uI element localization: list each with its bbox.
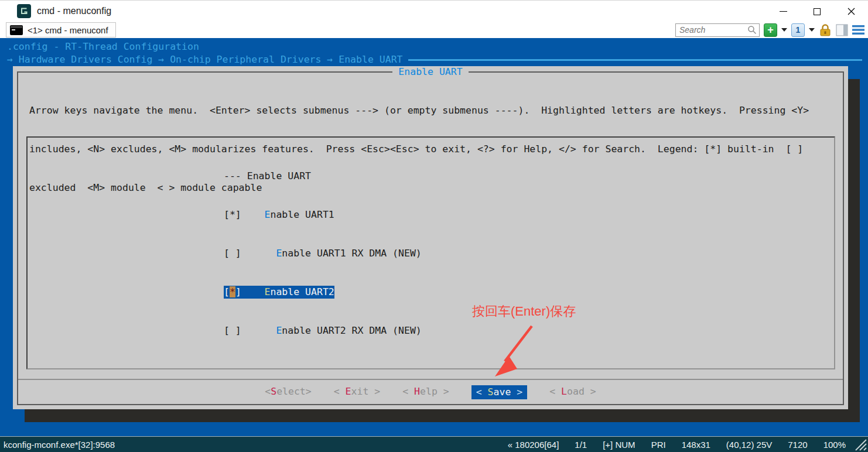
title-bar: cmd - menuconfig <box>0 0 868 22</box>
status-bar: kconfig-mconf.exe*[32]:9568 « 180206[64]… <box>0 436 868 452</box>
bracket: < <box>402 386 414 397</box>
menu-listbox: --- Enable UART [*] Enable UART1 [ ] Ena… <box>26 136 835 369</box>
bracket: > <box>438 386 449 397</box>
hotkey-letter: E <box>265 286 271 297</box>
tabbar-toolbar: + 1 <box>675 22 864 38</box>
console-number: 1 <box>796 25 801 35</box>
plus-icon: + <box>767 24 774 36</box>
button-text: ave <box>494 386 511 398</box>
button-separator <box>18 379 843 380</box>
hotkey-letter: E <box>265 209 271 220</box>
num-lock-indicator[interactable]: [+] NUM <box>603 440 635 450</box>
panel-view-icon[interactable] <box>836 24 848 36</box>
console-size[interactable]: 148x31 <box>682 440 710 450</box>
maximize-icon <box>814 8 821 15</box>
checkbox-state: [*] <box>224 209 241 220</box>
dialog-buttons: <Select> < Exit > < Help > < Save > < Lo… <box>13 385 848 399</box>
button-text: oad <box>567 386 585 397</box>
console-count[interactable]: 1/1 <box>575 440 587 450</box>
new-console-button[interactable]: + <box>764 23 777 37</box>
load-button[interactable]: < Load > <box>549 385 596 399</box>
conemu-app-icon <box>17 4 31 18</box>
hotkey-letter: S <box>488 386 494 398</box>
maximize-button[interactable] <box>800 1 834 22</box>
checkbox-state: [ ] <box>224 248 241 259</box>
menu-item-enable-uart1[interactable]: [*] Enable UART1 <box>224 208 422 221</box>
lock-icon[interactable] <box>819 23 832 37</box>
hotkey-letter: S <box>271 386 276 397</box>
console-list-dropdown-icon[interactable] <box>809 28 815 32</box>
gap <box>241 248 276 259</box>
bracket: [ <box>224 286 230 297</box>
tab-bar: <1> cmd - menuconf + 1 <box>0 22 868 38</box>
item-text: nable UART2 <box>271 286 334 297</box>
hotkey-letter: E <box>276 325 282 336</box>
tab-label: <1> cmd - menuconf <box>28 25 108 35</box>
priority-indicator: PRI <box>651 440 666 450</box>
tab-cmd-menuconf[interactable]: <1> cmd - menuconf <box>6 22 116 37</box>
help-button[interactable]: < Help > <box>402 385 449 399</box>
gap <box>241 325 276 336</box>
menuconfig-header: .config - RT-Thread Configuration <box>7 40 199 53</box>
bracket: > <box>368 386 380 397</box>
breadcrumb-rule <box>408 59 862 61</box>
hotkey-letter: L <box>561 386 567 397</box>
bracket: < <box>476 386 488 398</box>
console-handle: « 180206[64] <box>508 440 559 450</box>
minimize-icon <box>780 11 787 12</box>
bracket: > <box>585 386 596 397</box>
bracket: > <box>306 386 312 397</box>
window-controls <box>766 1 868 22</box>
bracket: < <box>334 386 346 397</box>
help-line: Arrow keys navigate the menu. <Enter> se… <box>29 104 809 117</box>
menu-separator-label: --- Enable UART <box>224 170 422 183</box>
save-button[interactable]: < Save > <box>471 385 528 399</box>
separator-text: --- Enable UART <box>224 170 311 182</box>
breadcrumb-text: → Hardware Drivers Config → On-chip Peri… <box>7 53 403 66</box>
menu-item-enable-uart2-selected[interactable]: [*] Enable UART2 <box>224 286 422 299</box>
bracket: ] <box>235 286 241 297</box>
bracket: > <box>511 386 522 398</box>
selection-highlight: [*] Enable UART2 <box>224 286 334 299</box>
process-info: kconfig-mconf.exe*[32]:9568 <box>4 440 115 450</box>
new-console-dropdown-icon[interactable] <box>781 28 787 32</box>
zoom-level[interactable]: 100% <box>823 440 846 450</box>
gap <box>241 286 265 297</box>
resize-grip[interactable] <box>854 438 867 451</box>
menu-item-uart1-rx-dma[interactable]: [ ] Enable UART1 RX DMA (NEW) <box>224 247 422 260</box>
memory-indicator: 7120 <box>788 440 807 450</box>
exit-button[interactable]: < Exit > <box>334 385 381 399</box>
statusbar-right: « 180206[64] 1/1 [+] NUM PRI 148x31 (40,… <box>492 438 868 451</box>
checkbox-state: [ ] <box>224 325 241 336</box>
annotation-text: 按回车(Enter)保存 <box>472 305 576 318</box>
hotkey-letter: H <box>414 386 420 397</box>
gap <box>241 209 265 220</box>
dialog-title: Enable UART <box>392 66 468 77</box>
item-text: nable UART1 <box>271 209 334 220</box>
menu-list: --- Enable UART [*] Enable UART1 [ ] Ena… <box>224 144 422 363</box>
close-icon <box>848 8 855 15</box>
console-area: .config - RT-Thread Configuration → Hard… <box>0 38 868 436</box>
active-console-button[interactable]: 1 <box>791 23 805 37</box>
button-text: xit <box>351 386 369 397</box>
button-text: elect <box>276 386 306 397</box>
bracket: < <box>549 386 561 397</box>
search-input[interactable] <box>679 25 747 35</box>
enable-uart-dialog: Enable UART Arrow keys navigate the menu… <box>13 66 848 409</box>
search-icon <box>747 25 757 35</box>
select-button[interactable]: <Select> <box>265 385 311 399</box>
minimize-button[interactable] <box>766 1 800 22</box>
console-icon <box>10 25 23 35</box>
menu-hamburger-icon[interactable] <box>852 25 864 35</box>
item-text: nable UART2 RX DMA (NEW) <box>282 325 421 336</box>
button-text: elp <box>420 386 438 397</box>
search-box[interactable] <box>675 23 760 37</box>
hotkey-letter: E <box>276 248 282 259</box>
item-text: nable UART1 RX DMA (NEW) <box>282 248 421 259</box>
breadcrumb: → Hardware Drivers Config → On-chip Peri… <box>7 53 862 66</box>
hotkey-letter: E <box>346 386 351 397</box>
close-button[interactable] <box>834 1 868 22</box>
menu-item-uart2-rx-dma[interactable]: [ ] Enable UART2 RX DMA (NEW) <box>224 324 422 337</box>
cursor-cell: * <box>230 286 235 297</box>
cursor-position: (40,12) 25V <box>726 440 772 450</box>
